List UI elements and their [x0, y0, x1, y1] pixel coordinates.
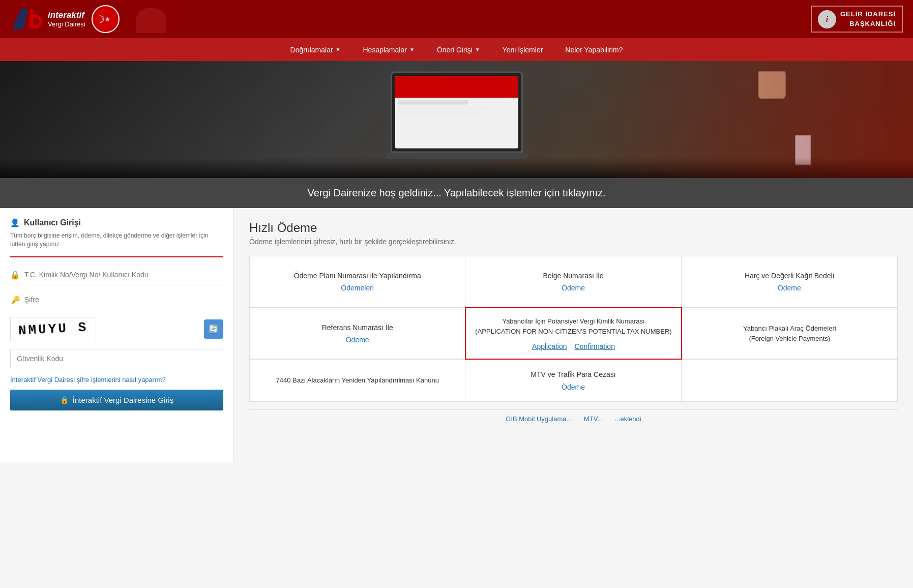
nav-neler-yapabilirim[interactable]: Neler Yapabilirim? — [554, 41, 634, 59]
payment-cell-2: Belge Numarası İle Ödeme — [465, 256, 681, 307]
refresh-icon: 🔄 — [209, 324, 219, 334]
header-left: interaktif Vergi Dairesi — [10, 4, 166, 35]
payment-cell-1: Ödeme Planı Numarası ile Yapılandırma Öd… — [250, 256, 465, 307]
section-title: Hızlı Ödeme — [249, 221, 898, 235]
svg-rect-2 — [15, 20, 24, 23]
cell-4-link[interactable]: Ödeme — [346, 336, 369, 344]
payment-cell-5-highlighted: Yabancılar İçin Potansiyel Vergi Kimlik … — [465, 307, 682, 360]
main-content: 👤 Kullanıcı Girişi Tüm borç bilgisine er… — [0, 208, 913, 462]
key-icon: 🔑 — [10, 296, 20, 304]
captcha-area: NMUYU S 🔄 — [10, 317, 223, 341]
hero-person — [126, 5, 166, 33]
cell-1-link[interactable]: Ödemeleri — [341, 284, 374, 292]
cell-5-links: Application Confirmation — [532, 342, 615, 350]
welcome-banner[interactable]: Vergi Dairenize hoş geldiniz... Yapılabi… — [0, 178, 913, 208]
user-login-title: 👤 Kullanıcı Girişi — [10, 218, 223, 227]
cell-3-title: Harç ve Değerli Kağıt Bedeli — [745, 271, 834, 281]
header: interaktif Vergi Dairesi i GELİR İDARESİ… — [0, 0, 913, 38]
right-content: Hızlı Ödeme Ödeme işlemlerinizi şifresiz… — [234, 208, 913, 462]
tc-input-group: 🔒 — [10, 265, 223, 285]
lock-icon: 🔒 — [10, 270, 20, 280]
bottom-cell-1: 7440 Bazı Alacakların Yeniden Yapılandır… — [250, 360, 465, 401]
payment-cell-4: Referans Numarası İle Ödeme — [250, 308, 465, 359]
bottom-title-2: MTV ve Trafik Para Cezası — [531, 370, 615, 380]
bottom-title-1: 7440 Bazı Alacakların Yeniden Yapılandır… — [276, 375, 438, 386]
nav-dogrulamalar[interactable]: Doğrulamalar ▼ — [279, 41, 352, 59]
payment-cell-6: Yabancı Plakalı Araç Ödemeleri(Foreign V… — [682, 308, 897, 359]
right-overlay — [594, 61, 913, 178]
confirmation-link[interactable]: Confirmation — [575, 342, 615, 350]
brand-text: interaktif Vergi Dairesi — [48, 10, 85, 28]
sidebar: 👤 Kullanıcı Girişi Tüm borç bilgisine er… — [0, 208, 234, 462]
svg-marker-1 — [19, 9, 28, 30]
tc-input[interactable] — [24, 271, 223, 279]
bottom-cell-3 — [682, 360, 897, 401]
nav-yeni-islemler[interactable]: Yeni İşlemler — [491, 41, 554, 59]
forgot-password-link[interactable]: İnteraktif Vergi Dairesi şifre işlemleri… — [10, 376, 223, 384]
main-nav: Doğrulamalar ▼ Hesaplamalar ▼ Öneri Giri… — [0, 38, 913, 61]
payment-cell-3: Harç ve Değerli Kağıt Bedeli Ödeme — [682, 256, 897, 307]
application-link[interactable]: Application — [532, 342, 567, 350]
login-button[interactable]: 🔒 İnteraktif Vergi Dairesine Giriş — [10, 390, 223, 410]
bottom-grid-row: 7440 Bazı Alacakların Yeniden Yapılandır… — [249, 360, 898, 402]
cell-2-title: Belge Numarası İle — [543, 271, 603, 281]
chevron-down-icon: ▼ — [409, 47, 415, 52]
captcha-image: NMUYU S — [10, 317, 96, 341]
cell-5-title: Yabancılar İçin Potansiyel Vergi Kimlik … — [475, 316, 671, 336]
password-input-group: 🔑 — [10, 290, 223, 309]
payment-grid-row1: Ödeme Planı Numarası ile Yapılandırma Öd… — [249, 256, 898, 308]
bottom-cell-2: MTV ve Trafik Para Cezası Ödeme — [465, 360, 681, 401]
cell-6-title: Yabancı Plakalı Araç Ödemeleri(Foreign V… — [743, 324, 836, 343]
chevron-down-icon: ▼ — [336, 47, 341, 52]
turkish-flag — [92, 5, 120, 33]
payment-grid-row2: Referans Numarası İle Ödeme Yabancılar İ… — [249, 308, 898, 360]
cell-2-link[interactable]: Ödeme — [562, 284, 585, 292]
password-input[interactable] — [24, 296, 223, 304]
logo-ivd: interaktif Vergi Dairesi — [10, 4, 85, 35]
svg-point-3 — [30, 9, 34, 13]
laptop-decoration — [386, 71, 528, 159]
gib-logo-icon: i — [818, 10, 836, 28]
nav-oneri-girisi[interactable]: Öneri Girişi ▼ — [426, 41, 491, 59]
logo-icon — [10, 4, 46, 35]
captcha-input[interactable] — [10, 349, 223, 368]
cell-1-title: Ödeme Planı Numarası ile Yapılandırma — [294, 271, 421, 281]
cell-4-title: Referans Numarası İle — [322, 323, 393, 333]
captcha-refresh-button[interactable]: 🔄 — [204, 319, 223, 339]
login-description: Tüm borç bilgisine erişim, ödeme, dilekç… — [10, 231, 223, 249]
lock-small-icon: 🔒 — [60, 396, 69, 404]
nav-hesaplamalar[interactable]: Hesaplamalar ▼ — [352, 41, 426, 59]
red-divider — [10, 256, 223, 257]
person-icon: 👤 — [10, 218, 20, 227]
section-desc: Ödeme işlemlerinizi şifresiz, hızlı bir … — [249, 238, 898, 246]
header-right: i GELİR İDARESİ BAŞKANLIĞI — [811, 6, 903, 32]
bottom-hint: GİB Mobil Uygulama... MTV... ...eklendi — [249, 409, 898, 423]
cell-3-link[interactable]: Ödeme — [778, 284, 801, 292]
svg-rect-4 — [30, 14, 34, 28]
gib-logo: i GELİR İDARESİ BAŞKANLIĞI — [811, 6, 903, 32]
chevron-down-icon: ▼ — [475, 47, 480, 52]
mtv-odeme-link[interactable]: Ödeme — [562, 383, 585, 391]
hero-banner — [0, 61, 913, 178]
